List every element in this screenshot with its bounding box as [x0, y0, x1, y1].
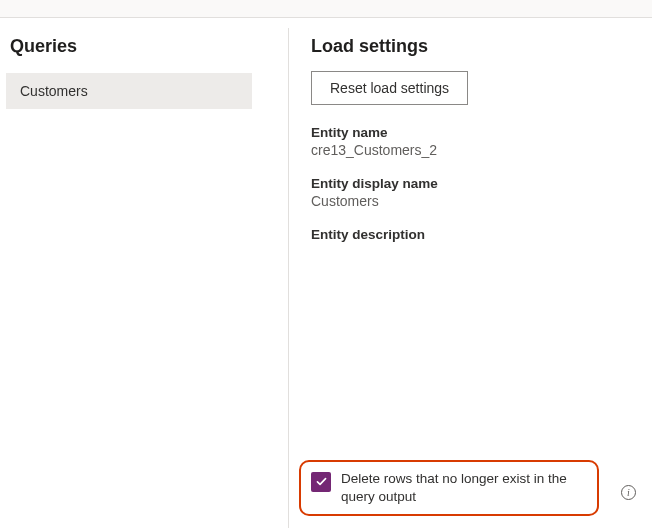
- delete-rows-option-highlight: Delete rows that no longer exist in the …: [299, 460, 599, 516]
- load-settings-heading: Load settings: [311, 36, 642, 57]
- entity-name-value: cre13_Customers_2: [311, 142, 642, 158]
- load-settings-panel: Load settings Reset load settings Entity…: [289, 18, 652, 528]
- queries-heading: Queries: [10, 36, 288, 57]
- top-toolbar-strip: [0, 0, 652, 18]
- query-item-customers[interactable]: Customers: [6, 73, 252, 109]
- checkmark-icon: [315, 475, 328, 488]
- entity-display-name-value: Customers: [311, 193, 642, 209]
- entity-description-label: Entity description: [311, 227, 642, 242]
- queries-panel: Queries Customers: [0, 18, 288, 528]
- info-icon[interactable]: i: [621, 485, 636, 500]
- entity-name-label: Entity name: [311, 125, 642, 140]
- delete-rows-checkbox[interactable]: [311, 472, 331, 492]
- reset-load-settings-button[interactable]: Reset load settings: [311, 71, 468, 105]
- query-item-label: Customers: [20, 83, 88, 99]
- delete-rows-label: Delete rows that no longer exist in the …: [341, 470, 587, 506]
- entity-display-name-label: Entity display name: [311, 176, 642, 191]
